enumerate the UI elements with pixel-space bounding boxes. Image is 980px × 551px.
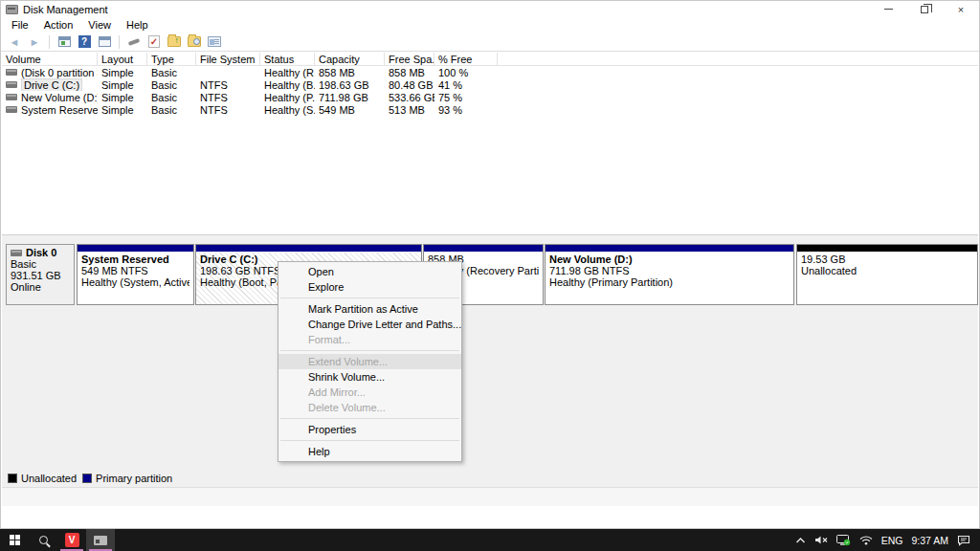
menu-action[interactable]: Action [36,18,81,32]
title-bar: Disk Management × [1,1,979,17]
volume-row-system-reserved[interactable]: System Reserved Simple Basic NTFS Health… [2,103,978,116]
legend-unallocated: Unallocated [8,473,77,484]
disk-management-icon [94,536,107,545]
volume-row-drive-c[interactable]: Drive C (C:) Simple Basic NTFS Healthy (… [2,78,978,91]
primary-partition-swatch-icon [82,474,92,483]
unallocated-swatch-icon [8,474,17,483]
volume-row-new-volume-d[interactable]: New Volume (D:) Simple Basic NTFS Health… [2,91,978,103]
action-pane-button[interactable] [125,34,143,50]
close-button[interactable]: × [943,1,979,17]
disk-type: Basic [11,258,70,270]
wifi-icon[interactable] [859,536,873,545]
forward-icon: ► [30,36,40,48]
pc-status-icon[interactable] [836,535,851,546]
volume-fs: NTFS [196,91,260,103]
partition-status: Healthy (System, Active, Pri [81,276,189,288]
volume-name: (Disk 0 partition 3) [21,67,98,78]
volume-free-space: 513 MB [385,103,434,116]
volume-type: Basic [147,91,196,103]
disk-capacity: 931.51 GB [11,270,70,281]
show-window-button[interactable] [96,34,113,50]
menu-file[interactable]: File [4,18,36,32]
menu-item-properties[interactable]: Properties [278,422,461,437]
show-console-tree-button[interactable] [56,34,73,50]
menu-item-add-mirror: Add Mirror... [278,385,461,400]
column-header-pct-free[interactable]: % Free [434,53,498,65]
window-title: Disk Management [23,4,108,15]
disk-status: Online [11,281,70,293]
action-center-icon[interactable] [957,535,970,546]
back-button[interactable]: ◄ [6,34,23,50]
minimize-button[interactable] [870,1,906,17]
column-header-file-system[interactable]: File System [196,53,260,65]
taskbar-vivaldi-button[interactable]: V [57,529,86,551]
volume-row-disk0-partition3[interactable]: (Disk 0 partition 3) Simple Basic Health… [2,66,978,78]
language-indicator[interactable]: ENG [881,535,903,546]
volume-type: Basic [147,66,196,78]
clock[interactable]: 9:37 AM [911,535,948,546]
menu-separator [280,298,459,298]
volume-layout: Simple [98,103,147,116]
minimize-icon [884,9,893,10]
rescan-button[interactable] [166,34,183,50]
volume-status: Healthy (P... [260,91,315,103]
help-button[interactable]: ? [76,34,93,50]
column-header-capacity[interactable]: Capacity [315,53,385,65]
menu-item-explore[interactable]: Explore [278,279,461,295]
volume-icon [6,69,17,76]
browse-button[interactable] [186,34,203,50]
check-disk-button[interactable]: ✓ [145,34,163,50]
menu-item-shrink-volume[interactable]: Shrink Volume... [278,369,461,385]
context-menu: Open Explore Mark Partition as Active Ch… [278,261,462,462]
partition-name: New Volume (D:) [549,253,790,265]
taskbar-search-button[interactable] [29,529,57,551]
vivaldi-icon: V [65,533,79,547]
partition-new-volume-d[interactable]: New Volume (D:) 711.98 GB NTFS Healthy (… [545,244,794,305]
menu-item-help[interactable]: Help [278,444,461,459]
folder-up-icon [167,36,181,47]
toolbar-separator [119,35,120,49]
forward-button[interactable]: ► [26,34,43,50]
volume-layout: Simple [98,91,147,103]
volume-free-space: 858 MB [385,66,434,78]
status-strip [2,487,978,506]
check-document-icon: ✓ [148,35,160,48]
toolbar-separator [49,35,50,49]
primary-partition-strip [424,245,543,253]
system-tray: ENG 9:37 AM [795,535,980,546]
column-header-type[interactable]: Type [147,53,196,65]
volume-capacity: 549 MB [315,103,385,116]
volume-capacity: 858 MB [315,66,385,78]
volume-layout: Simple [98,78,147,91]
column-header-volume[interactable]: Volume [2,53,98,65]
volume-muted-icon[interactable] [814,535,828,545]
properties-button[interactable] [206,34,223,50]
column-header-status[interactable]: Status [260,53,315,65]
menu-help[interactable]: Help [119,18,156,32]
disk-name: Disk 0 [26,247,56,258]
menu-item-mark-partition-active[interactable]: Mark Partition as Active [278,301,461,317]
folder-search-icon [188,36,201,47]
start-button[interactable] [0,529,29,551]
volume-pct-free: 100 % [434,66,498,78]
partition-system-reserved[interactable]: System Reserved 549 MB NTFS Healthy (Sys… [77,244,194,305]
graphical-view: Disk 0 Basic 931.51 GB Online System Res… [2,234,978,487]
volume-icon [6,106,17,113]
menu-item-open[interactable]: Open [278,264,461,279]
search-icon [39,536,48,544]
tray-chevron-icon[interactable] [795,537,806,544]
menu-item-change-drive-letter[interactable]: Change Drive Letter and Paths... [278,317,461,332]
volume-name-selected: Drive C (C:) [21,78,82,91]
column-header-free-space[interactable]: Free Spa... [385,53,434,65]
volume-capacity: 198.63 GB [315,78,385,91]
column-header-layout[interactable]: Layout [98,53,147,65]
menu-view[interactable]: View [80,18,119,32]
volume-status: Healthy (S... [260,103,315,116]
volume-list-header: Volume Layout Type File System Status Ca… [2,53,978,66]
taskbar-disk-management-button[interactable] [86,529,115,551]
unallocated-space[interactable]: 19.53 GB Unallocated [796,244,978,305]
disk0-info-box[interactable]: Disk 0 Basic 931.51 GB Online [6,244,75,305]
legend-label: Primary partition [96,473,172,484]
volume-capacity: 711.98 GB [315,91,385,103]
restore-button[interactable] [906,1,943,17]
